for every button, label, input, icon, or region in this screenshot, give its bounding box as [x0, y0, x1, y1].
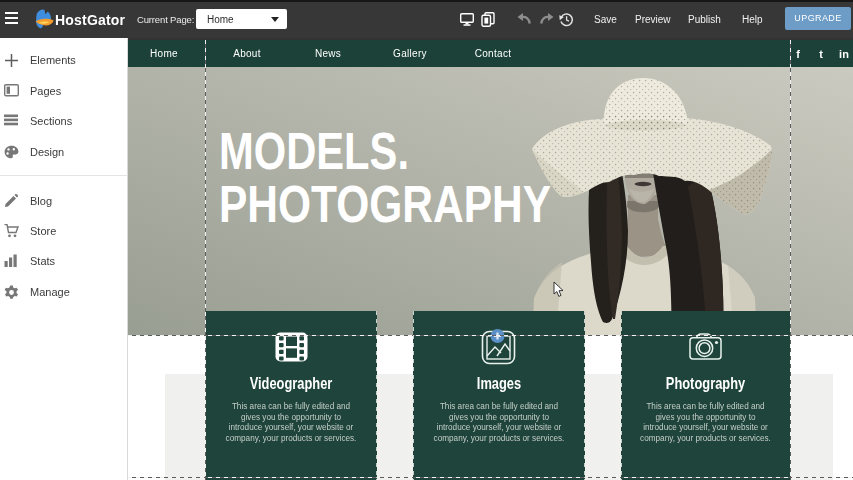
svg-text:in: in [839, 48, 849, 60]
svg-text:MODELS.: MODELS. [219, 123, 409, 180]
svg-text:PHOTOGRAPHY: PHOTOGRAPHY [219, 176, 551, 233]
svg-text:t: t [819, 48, 823, 60]
svg-text:f: f [796, 48, 800, 60]
